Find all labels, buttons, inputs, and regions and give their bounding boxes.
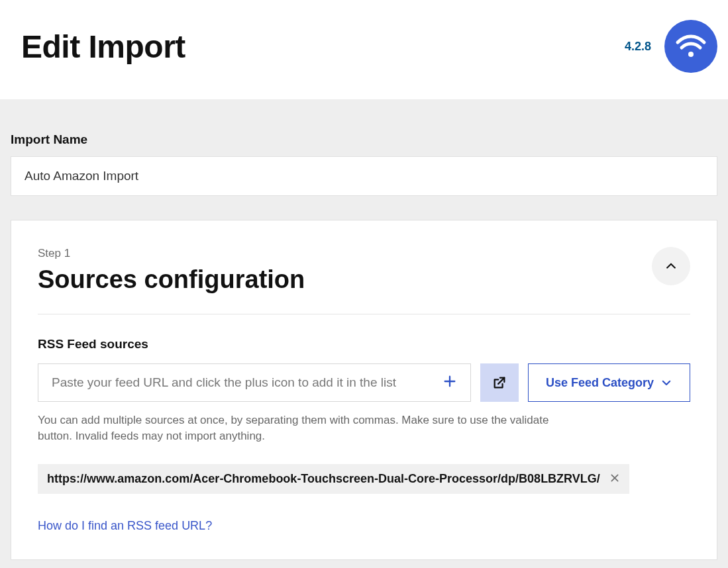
feed-item-url: https://www.amazon.com/Acer-Chromebook-T… <box>47 472 600 486</box>
wifi-icon <box>664 20 717 73</box>
collapse-button[interactable] <box>652 247 690 285</box>
help-text: You can add multiple sources at once, by… <box>38 412 554 444</box>
panel-title: Sources configuration <box>38 265 305 294</box>
divider <box>38 314 690 314</box>
content-area: Import Name Auto Amazon Import Step 1 So… <box>0 99 728 568</box>
close-icon <box>609 473 620 483</box>
validate-button[interactable] <box>480 363 519 402</box>
feed-item: https://www.amazon.com/Acer-Chromebook-T… <box>38 464 629 494</box>
add-feed-button[interactable] <box>440 373 460 392</box>
category-button-label: Use Feed Category <box>546 376 654 390</box>
page-title: Edit Import <box>21 28 185 65</box>
page-header: Edit Import 4.2.8 <box>0 0 728 99</box>
plus-icon <box>442 374 457 389</box>
import-name-label: Import Name <box>11 132 717 147</box>
rss-sources-label: RSS Feed sources <box>38 337 690 352</box>
import-name-input[interactable]: Auto Amazon Import <box>11 156 717 196</box>
feed-input-wrapper <box>38 363 471 402</box>
sources-panel: Step 1 Sources configuration RSS Feed so… <box>11 220 717 560</box>
step-label: Step 1 <box>38 247 305 260</box>
external-link-icon <box>492 375 507 390</box>
chevron-up-icon <box>664 260 678 273</box>
feed-url-input[interactable] <box>52 375 440 390</box>
version-label: 4.2.8 <box>625 40 651 54</box>
chevron-down-icon <box>660 377 672 389</box>
remove-feed-button[interactable] <box>609 472 620 485</box>
svg-point-0 <box>688 52 694 57</box>
use-feed-category-button[interactable]: Use Feed Category <box>528 363 690 402</box>
help-link[interactable]: How do I find an RSS feed URL? <box>38 519 212 532</box>
